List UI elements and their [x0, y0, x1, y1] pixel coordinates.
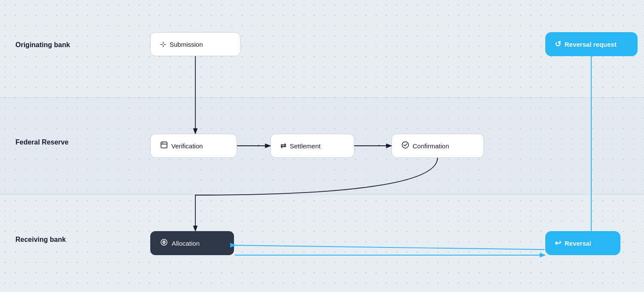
node-submission: ⊹ Submission	[150, 32, 240, 56]
svg-point-2	[162, 143, 163, 144]
confirmation-icon	[401, 141, 409, 151]
settlement-icon: ⇄	[280, 141, 286, 151]
arrow-label-set-con: →	[374, 141, 381, 150]
label-federal-reserve: Federal Reserve	[15, 138, 69, 146]
confirmation-label: Confirmation	[413, 142, 449, 150]
submission-label: Submission	[170, 41, 203, 48]
node-allocation: Allocation	[150, 231, 234, 255]
svg-point-5	[163, 241, 165, 243]
svg-rect-0	[161, 142, 167, 148]
reversal-icon: ↩	[555, 238, 561, 248]
label-receiving-bank: Receiving bank	[15, 236, 66, 244]
node-confirmation: Confirmation	[392, 134, 484, 158]
label-originating-bank: Originating bank	[15, 41, 70, 49]
node-reversal[interactable]: ↩ Reversal	[545, 231, 620, 255]
allocation-icon	[160, 238, 168, 248]
node-verification: Verification	[150, 134, 237, 158]
submission-icon: ⊹	[160, 40, 166, 49]
reversal-request-label: Reversal request	[565, 41, 617, 48]
svg-point-4	[161, 239, 167, 245]
node-reversal-request[interactable]: ↺ Reversal request	[545, 32, 638, 56]
reversal-label: Reversal	[565, 240, 592, 247]
allocation-label: Allocation	[172, 240, 200, 247]
verification-icon	[160, 141, 168, 151]
diagram-container: Originating bank Federal Reserve Receivi…	[0, 0, 644, 292]
verification-label: Verification	[171, 142, 203, 150]
arrow-label-ver-set: →	[253, 141, 261, 150]
reversal-request-icon: ↺	[555, 39, 561, 49]
node-settlement: ⇄ Settlement	[270, 134, 354, 158]
svg-point-3	[402, 142, 409, 148]
settlement-label: Settlement	[290, 142, 321, 150]
